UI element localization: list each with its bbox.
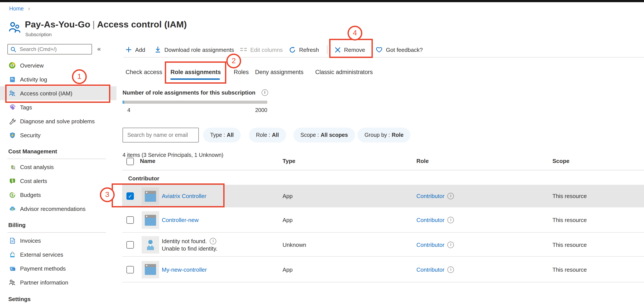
sidebar-item-partner-information[interactable]: Partner information bbox=[0, 275, 116, 289]
sidebar-section-cost-management: Cost Management bbox=[8, 148, 57, 155]
collapse-sidebar-icon[interactable]: « bbox=[97, 45, 101, 52]
info-icon[interactable]: i bbox=[448, 193, 454, 199]
tags-icon bbox=[9, 104, 16, 111]
page-title: Pay-As-You-Go|Access control (IAM) bbox=[25, 19, 187, 30]
table-row[interactable]: ✓ Aviatrix Controller App Contributor i … bbox=[122, 185, 644, 207]
svg-text:$: $ bbox=[11, 179, 13, 182]
sidebar-item-label: Budgets bbox=[20, 192, 41, 198]
add-button[interactable]: Add bbox=[126, 43, 145, 56]
table-row[interactable]: Controller-new App Contributor i This re… bbox=[122, 208, 644, 233]
cost-analysis-icon: $ bbox=[9, 163, 16, 170]
role-link[interactable]: Contributor bbox=[416, 217, 444, 223]
payment-methods-icon bbox=[9, 265, 16, 272]
annotation-step-2: 2 bbox=[226, 54, 241, 68]
filter-pill-group-by[interactable]: Group by :Role bbox=[358, 128, 410, 142]
sidebar-item-tags[interactable]: Tags bbox=[0, 100, 116, 114]
sidebar-item-label: Cost alerts bbox=[20, 178, 47, 184]
remove-button[interactable]: Remove bbox=[335, 43, 365, 56]
refresh-button[interactable]: Refresh bbox=[289, 43, 319, 56]
sidebar-item-label: Cost analysis bbox=[20, 164, 54, 170]
filter-pill-scope[interactable]: Scope :All scopes bbox=[294, 128, 355, 142]
row-role: Contributor i bbox=[416, 217, 454, 223]
filter-search-input[interactable] bbox=[126, 132, 195, 139]
edit-columns-icon bbox=[240, 47, 247, 52]
chevron-right-icon: › bbox=[28, 5, 30, 12]
role-link[interactable]: Contributor bbox=[416, 241, 444, 248]
sidebar-item-cost-alerts[interactable]: $ Cost alerts bbox=[0, 174, 116, 188]
filter-pill-role[interactable]: Role :All bbox=[249, 128, 286, 142]
sidebar-search-input[interactable] bbox=[19, 46, 89, 53]
sidebar-item-diagnose[interactable]: Diagnose and solve problems bbox=[0, 114, 116, 128]
sidebar-item-overview[interactable]: $ Overview bbox=[0, 58, 116, 72]
activity-log-icon bbox=[9, 76, 16, 83]
row-scope: This resource bbox=[552, 241, 587, 248]
sidebar-item-invoices[interactable]: Invoices bbox=[0, 234, 116, 248]
table-row[interactable]: Identity not found. i Unable to find ide… bbox=[122, 233, 644, 257]
column-header-name[interactable]: Name bbox=[140, 158, 156, 164]
role-link[interactable]: Contributor bbox=[416, 266, 444, 273]
sidebar-item-budgets[interactable]: $ Budgets bbox=[0, 188, 116, 202]
sidebar-item-label: Overview bbox=[20, 62, 44, 69]
meter-track bbox=[122, 101, 267, 104]
sidebar-item-external-services[interactable]: External services bbox=[0, 248, 116, 262]
subscription-people-icon bbox=[8, 20, 22, 34]
column-header-type[interactable]: Type bbox=[282, 158, 296, 164]
role-link[interactable]: Contributor bbox=[416, 193, 444, 199]
row-name-link[interactable]: Controller-new bbox=[162, 217, 198, 223]
edit-columns-button[interactable]: Edit columns bbox=[240, 43, 283, 56]
external-services-icon bbox=[9, 251, 16, 258]
group-header-contributor: Contributor bbox=[128, 175, 159, 182]
info-icon[interactable]: i bbox=[448, 217, 454, 223]
column-header-scope[interactable]: Scope bbox=[552, 158, 570, 164]
breadcrumb-home-link[interactable]: Home bbox=[9, 5, 24, 11]
info-icon[interactable]: i bbox=[448, 266, 454, 273]
row-checkbox[interactable] bbox=[126, 266, 134, 273]
top-black-bar bbox=[0, 0, 644, 2]
sidebar-item-access-control[interactable]: Access control (IAM) bbox=[0, 86, 116, 100]
row-name-link[interactable]: My-new-controller bbox=[162, 266, 207, 273]
plus-icon bbox=[126, 47, 132, 53]
sidebar-item-advisor[interactable]: Advisor recommendations bbox=[0, 202, 116, 216]
sidebar-item-security[interactable]: Security bbox=[0, 128, 116, 142]
row-type: App bbox=[282, 266, 292, 273]
sidebar-item-cost-analysis[interactable]: $ Cost analysis bbox=[0, 160, 116, 174]
column-header-role[interactable]: Role bbox=[416, 158, 428, 164]
row-checkbox[interactable] bbox=[126, 216, 134, 224]
select-all-checkbox[interactable] bbox=[126, 158, 134, 165]
tab-roles[interactable]: Roles bbox=[234, 67, 249, 77]
sidebar-item-payment-methods[interactable]: Payment methods bbox=[0, 262, 116, 275]
sidebar-item-label: Payment methods bbox=[20, 265, 66, 272]
tab-classic-administrators[interactable]: Classic administrators bbox=[315, 67, 373, 77]
row-checkbox[interactable]: ✓ bbox=[126, 192, 134, 200]
title-pipe: | bbox=[90, 19, 97, 29]
got-feedback-button[interactable]: Got feedback? bbox=[376, 43, 423, 56]
sidebar-item-label: Tags bbox=[20, 104, 32, 110]
azure-portal-page: Home › Pay-As-You-Go|Access control (IAM… bbox=[0, 0, 644, 305]
items-summary: 4 items (3 Service Principals, 1 Unknown… bbox=[122, 152, 224, 158]
row-role: Contributor i bbox=[416, 266, 454, 273]
tab-check-access[interactable]: Check access bbox=[126, 67, 162, 77]
info-icon[interactable]: i bbox=[448, 241, 454, 248]
refresh-icon bbox=[289, 46, 296, 53]
sidebar-item-label: Advisor recommendations bbox=[20, 205, 86, 212]
sidebar-section-billing: Billing bbox=[8, 222, 26, 228]
info-icon[interactable]: i bbox=[262, 89, 268, 96]
annotation-step-4: 4 bbox=[348, 26, 362, 40]
row-name-link[interactable]: Aviatrix Controller bbox=[162, 193, 206, 199]
download-role-assignments-button[interactable]: Download role assignments bbox=[155, 43, 234, 56]
row-type: App bbox=[282, 217, 292, 223]
active-tab-underline bbox=[170, 78, 220, 80]
meter-title: Number of role assignments for this subs… bbox=[122, 89, 268, 96]
row-checkbox[interactable] bbox=[126, 241, 134, 248]
table-row[interactable]: My-new-controller App Contributor i This… bbox=[122, 257, 644, 282]
meter-max-value: 2000 bbox=[122, 107, 267, 113]
row-type: Unknown bbox=[282, 241, 306, 248]
annotation-step-1: 1 bbox=[72, 69, 87, 84]
filter-pill-type[interactable]: Type :All bbox=[203, 128, 241, 142]
sidebar-item-activity-log[interactable]: Activity log bbox=[0, 72, 116, 86]
info-icon[interactable]: i bbox=[210, 238, 216, 244]
row-scope: This resource bbox=[552, 193, 587, 199]
tab-role-assignments[interactable]: Role assignments bbox=[170, 67, 221, 77]
row-scope: This resource bbox=[552, 217, 587, 223]
tab-deny-assignments[interactable]: Deny assignments bbox=[255, 67, 304, 77]
